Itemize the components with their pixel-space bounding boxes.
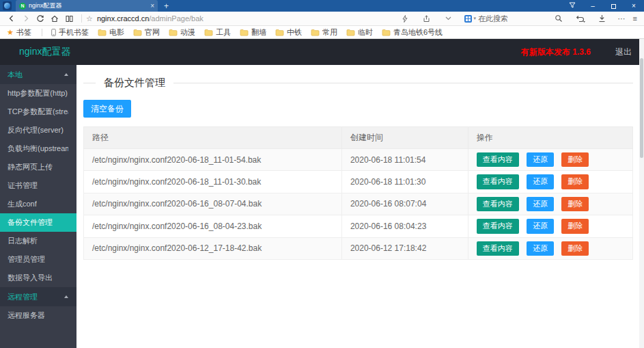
view-content-button[interactable]: 查看内容	[477, 152, 519, 167]
restore-button[interactable]: 还原	[527, 241, 554, 256]
bookmark-item[interactable]: ★ 书签	[7, 27, 42, 38]
lightning-icon[interactable]	[399, 12, 411, 25]
created-time: 2020-06-12 17:18:42	[341, 237, 468, 259]
back-button[interactable]	[5, 12, 18, 25]
url-path: /adminPage/bak	[149, 14, 204, 23]
share-icon[interactable]	[421, 12, 433, 25]
bookmark-item[interactable]: ★ 临时	[346, 27, 373, 38]
bookmark-label: 书签	[16, 27, 31, 38]
sidebar-item[interactable]: 远程管理	[0, 287, 76, 306]
sidebar-item[interactable]: 生成conf	[0, 195, 76, 213]
new-version-link[interactable]: 有新版本发布 1.3.6	[521, 46, 591, 58]
sidebar-item-label: 远程管理	[8, 292, 38, 302]
view-content-button[interactable]: 查看内容	[477, 241, 519, 256]
bookmark-item[interactable]: ★ 中铁	[275, 27, 302, 38]
logout-link[interactable]: 退出	[615, 46, 632, 58]
feedback-icon[interactable]	[562, 0, 583, 12]
chevron-down-icon[interactable]	[443, 12, 455, 25]
created-time: 2020-06-18 11:01:54	[341, 149, 468, 171]
bookmark-item[interactable]: ★ 工具	[204, 27, 231, 38]
folder-icon	[133, 29, 142, 36]
search-engine-icon[interactable]	[464, 15, 472, 23]
browser-logo-icon	[3, 1, 12, 10]
bookmark-item[interactable]: ★ 动漫	[169, 27, 195, 38]
delete-button[interactable]: 删除	[561, 174, 589, 189]
folder-icon	[346, 29, 355, 36]
refresh-button[interactable]	[34, 12, 46, 25]
forward-button[interactable]	[20, 12, 32, 25]
new-tab-button[interactable]: +	[164, 2, 169, 10]
sidebar-item[interactable]: 负载均衡(upstream)	[0, 139, 76, 158]
sidebar-item[interactable]: 数据导入导出	[0, 269, 76, 287]
restore-button[interactable]: 还原	[527, 219, 554, 233]
table-row: /etc/nginx/nginx.conf2020-06-16_08-07-04…	[84, 193, 633, 215]
reading-list-icon[interactable]	[63, 12, 75, 25]
page-scrollbar[interactable]	[639, 39, 644, 348]
sidebar-item-label: 备份文件管理	[8, 217, 53, 228]
table-row: /etc/nginx/nginx.conf2020-06-18_11-01-30…	[84, 171, 633, 193]
scrollbar-thumb[interactable]	[640, 58, 643, 158]
maximize-button[interactable]	[603, 0, 624, 12]
bookmark-item[interactable]: ★ 官网	[133, 27, 160, 38]
delete-button[interactable]: 删除	[561, 241, 589, 256]
delete-button[interactable]: 删除	[561, 219, 589, 233]
sidebar-nav: 本地 http参数配置(http) TCP参数配置(stream)	[0, 65, 76, 348]
sidebar-item[interactable]: 日志解析	[0, 232, 76, 250]
bookmark-item[interactable]: ★ 青岛地铁6号线	[382, 27, 443, 38]
close-button[interactable]: ×	[624, 0, 644, 12]
sidebar-item-label: 日志解析	[8, 236, 38, 246]
search-icon[interactable]	[552, 12, 565, 25]
sidebar-item[interactable]: 备份文件管理	[0, 213, 76, 232]
browser-tab[interactable]: N nginx配置器 ×	[16, 0, 158, 12]
restore-button[interactable]: 还原	[527, 174, 554, 189]
sidebar-item[interactable]: 证书管理	[0, 176, 76, 195]
download-icon[interactable]	[596, 12, 608, 25]
caret-down-icon[interactable]: ▾	[474, 16, 477, 21]
col-path: 路径	[84, 127, 342, 149]
table-row: /etc/nginx/nginx.conf2020-06-12_17-18-42…	[84, 237, 633, 259]
menu-icon[interactable]: ≡	[633, 15, 637, 23]
sidebar-item[interactable]: 本地	[0, 65, 76, 84]
home-button[interactable]	[48, 12, 61, 25]
delete-button[interactable]: 删除	[561, 197, 589, 211]
created-time: 2020-06-16 08:04:23	[341, 215, 468, 237]
bookmark-label: 翻墙	[251, 27, 266, 38]
table-body: /etc/nginx/nginx.conf2020-06-18_11-01-54…	[84, 149, 633, 260]
collapse-arrow-icon	[64, 295, 68, 298]
bookmark-item[interactable]: ★ 电影	[98, 27, 124, 38]
tab-close-icon[interactable]: ×	[150, 3, 154, 10]
delete-button[interactable]: 删除	[561, 152, 589, 167]
bookmark-item[interactable]: ★ 翻墙	[240, 27, 266, 38]
col-created: 创建时间	[341, 127, 468, 149]
sidebar-item[interactable]: http参数配置(http)	[0, 84, 76, 103]
bookmark-star-icon[interactable]: ☆	[86, 14, 93, 23]
address-bar[interactable]: nginx.craccd.cn/adminPage/bak	[97, 14, 204, 23]
sidebar-item[interactable]: 管理员管理	[0, 250, 76, 269]
sidebar-item[interactable]: 远程服务器	[0, 306, 76, 325]
view-content-button[interactable]: 查看内容	[477, 197, 519, 211]
row-actions: 查看内容 还原 删除	[468, 193, 632, 215]
restore-button[interactable]: 还原	[527, 152, 554, 167]
bookmark-label: 工具	[216, 27, 231, 38]
view-content-button[interactable]: 查看内容	[477, 174, 519, 189]
sidebar-item[interactable]: TCP参数配置(stream)	[0, 103, 76, 121]
undo-icon[interactable]	[574, 12, 587, 25]
bookmark-label: 常用	[322, 27, 337, 38]
main-content: 备份文件管理 清空备份 路径 创建时间 操作	[76, 65, 644, 348]
page-title: 备份文件管理	[104, 77, 165, 90]
sidebar-item-label: 反向代理(server)	[8, 125, 64, 135]
more-icon[interactable]: ⋯	[618, 15, 626, 23]
search-input[interactable]: ▾ 在此搜索	[464, 14, 545, 24]
title-divider-right	[173, 83, 633, 83]
sidebar-item[interactable]: 静态网页上传	[0, 158, 76, 176]
sidebar-item[interactable]: 反向代理(server)	[0, 121, 76, 139]
created-time: 2020-06-16 08:07:04	[341, 193, 468, 215]
sidebar-item-label: 本地	[8, 70, 23, 80]
bookmark-item[interactable]: ★ 手机书签	[51, 27, 89, 38]
restore-button[interactable]: 还原	[527, 197, 554, 211]
bookmark-item[interactable]: ★ 常用	[311, 27, 337, 38]
minimize-button[interactable]: –	[583, 0, 603, 12]
window-controls: – ×	[562, 0, 644, 12]
view-content-button[interactable]: 查看内容	[477, 219, 519, 233]
clear-backups-button[interactable]: 清空备份	[83, 100, 131, 118]
